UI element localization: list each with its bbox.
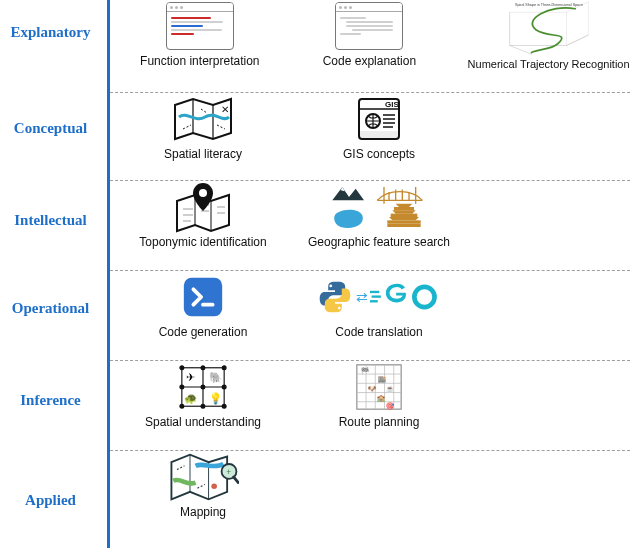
row-explanatory: Function interpretation	[110, 0, 630, 93]
item-label: Spatial literacy	[164, 147, 242, 161]
svg-rect-23	[370, 300, 378, 302]
python-to-go-icon: ⇄	[311, 271, 447, 323]
plot-title: Spiral Shape in Three-Dimensional Space	[515, 3, 583, 7]
gis-book-icon: GIS	[343, 93, 415, 145]
svg-rect-16	[387, 224, 420, 227]
svg-text:🏫: 🏫	[377, 394, 386, 402]
row-intellectual: Toponymic identification	[110, 181, 630, 271]
svg-rect-14	[391, 214, 418, 217]
go-logo-icon	[370, 281, 440, 313]
row-conceptual: ✕ Spatial literacy GIS	[110, 93, 630, 181]
svg-point-5	[199, 189, 207, 197]
content-area: Function interpretation	[110, 0, 636, 548]
row-operational: Code generation ⇄	[110, 271, 630, 361]
svg-point-34	[180, 404, 184, 408]
item-label: GIS concepts	[343, 147, 415, 161]
svg-point-20	[338, 307, 341, 310]
svg-point-35	[201, 404, 205, 408]
svg-rect-2	[359, 131, 399, 139]
map-pin-icon	[167, 181, 239, 233]
landmark-collage-icon	[329, 181, 429, 233]
svg-rect-21	[370, 291, 379, 293]
terminal-icon	[167, 271, 239, 323]
category-inference: Inference	[0, 392, 101, 409]
svg-text:☕: ☕	[386, 385, 395, 393]
category-explanatory: Explanatory	[0, 24, 101, 41]
row-applied: + Mapping	[110, 451, 630, 547]
item-geographic-feature-search: Geographic feature search	[304, 181, 454, 249]
item-mapping: + Mapping	[128, 451, 278, 519]
row-inference: ✈ 🐘 🐢 💡 Spatial understanding	[110, 361, 630, 451]
svg-text:🐢: 🐢	[184, 392, 198, 405]
map-icon: ✕	[167, 93, 239, 145]
item-label: Route planning	[339, 415, 420, 429]
code-window-code-icon	[333, 0, 405, 52]
svg-text:🏁: 🏁	[361, 367, 370, 375]
map-magnify-icon: +	[167, 451, 239, 503]
svg-point-36	[222, 404, 226, 408]
diagram-wrap: Explanatory Conceptual Intellectual Oper…	[0, 0, 640, 552]
item-spatial-literacy: ✕ Spatial literacy	[128, 93, 278, 161]
svg-rect-13	[387, 220, 420, 223]
item-label: Code translation	[335, 325, 422, 339]
swap-arrows-icon: ⇄	[356, 289, 366, 305]
svg-rect-15	[394, 207, 414, 210]
svg-text:🐘: 🐘	[209, 371, 223, 384]
category-operational: Operational	[0, 300, 101, 317]
svg-point-24	[414, 287, 434, 307]
item-code-generation: Code generation	[128, 271, 278, 339]
category-intellectual: Intellectual	[0, 212, 101, 229]
svg-point-30	[222, 366, 226, 370]
grid-objects-icon: ✈ 🐘 🐢 💡	[167, 361, 239, 413]
grid-route-icon: 🏁 🏬 🐶 ☕ 🏫 🎯	[343, 361, 415, 413]
item-route-planning: 🏁 🏬 🐶 ☕ 🏫 🎯 Route planning	[304, 361, 454, 429]
item-numerical-trajectory: Spiral Shape in Three-Dimensional Space …	[467, 0, 630, 70]
svg-rect-22	[372, 295, 381, 297]
svg-point-29	[201, 366, 205, 370]
svg-point-33	[222, 385, 226, 389]
item-function-interpretation: Function interpretation	[128, 0, 272, 68]
svg-text:🎯: 🎯	[386, 402, 395, 410]
svg-text:🏬: 🏬	[378, 375, 387, 383]
trajectory-3d-icon: Spiral Shape in Three-Dimensional Space	[494, 0, 604, 56]
item-label: Code generation	[159, 325, 248, 339]
item-label: Toponymic identification	[139, 235, 266, 249]
svg-text:✈: ✈	[186, 371, 195, 383]
svg-point-19	[329, 285, 332, 288]
category-conceptual: Conceptual	[0, 120, 101, 137]
svg-point-32	[201, 385, 205, 389]
svg-text:🐶: 🐶	[368, 385, 377, 393]
item-spatial-understanding: ✈ 🐘 🐢 💡 Spatial understanding	[128, 361, 278, 429]
svg-point-56	[211, 484, 217, 490]
item-code-translation: ⇄ Code translation	[304, 271, 454, 339]
svg-text:+: +	[226, 467, 231, 477]
item-label: Code explanation	[323, 54, 416, 68]
item-code-explanation: Code explanation	[298, 0, 442, 68]
item-label: Numerical Trajectory Recognition	[468, 58, 630, 70]
item-label: Function interpretation	[140, 54, 259, 68]
svg-point-31	[180, 385, 184, 389]
item-label: Mapping	[180, 505, 226, 519]
svg-text:💡: 💡	[209, 392, 223, 405]
svg-line-58	[234, 477, 239, 483]
category-sidebar: Explanatory Conceptual Intellectual Oper…	[0, 0, 110, 548]
code-window-qa-icon	[164, 0, 236, 52]
item-toponymic-identification: Toponymic identification	[128, 181, 278, 249]
item-label: Geographic feature search	[308, 235, 450, 249]
svg-point-28	[180, 366, 184, 370]
category-applied: Applied	[0, 492, 101, 509]
gis-badge-text: GIS	[385, 100, 399, 109]
svg-text:✕: ✕	[221, 104, 229, 115]
python-logo-icon	[318, 280, 352, 314]
item-label: Spatial understanding	[145, 415, 261, 429]
item-gis-concepts: GIS GIS concepts	[304, 93, 454, 161]
